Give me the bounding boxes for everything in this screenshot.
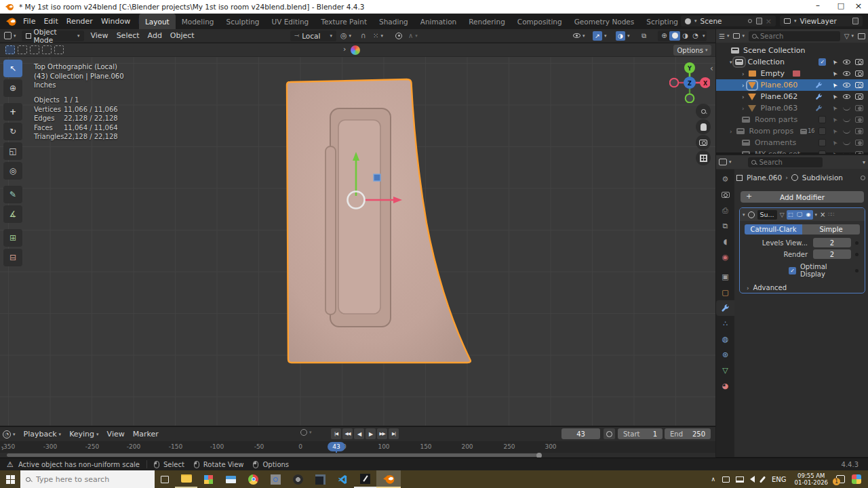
properties-options-icon[interactable]: ▾ [863,159,865,165]
animate-dot[interactable] [855,253,859,256]
render-visibility-icon[interactable] [855,117,863,123]
viewport-menu-add[interactable]: Add [144,29,166,42]
tray-chevron-icon[interactable]: ∧ [711,476,715,483]
timeline-editor-icon[interactable]: ◔ [3,430,11,439]
levels-viewport-value[interactable]: 2 [813,238,851,247]
notification-center-button[interactable]: 1 [836,475,845,483]
pin-icon[interactable] [748,19,752,23]
tool-cursor[interactable]: ⊕ [3,79,22,97]
overlays-toggle[interactable]: ◑▾ [616,31,630,41]
start-button[interactable] [0,470,20,488]
selectable-icon[interactable]: ➤ [831,116,840,124]
collection-checkbox[interactable] [818,116,826,123]
sidebar-expand-arrow[interactable]: ‹ [710,64,713,73]
select-mode-intersect[interactable] [54,45,64,54]
properties-search-input[interactable] [760,159,819,166]
navigation-gizmo[interactable]: Y X Z [669,62,710,103]
outliner-filter-icon[interactable]: ▽ [844,33,850,40]
render-visibility-icon[interactable] [855,82,863,88]
tool-add-cube[interactable]: ⊞ [3,229,22,247]
workspace-tab-uv-editing[interactable]: UV Editing [266,14,315,29]
gizmos-toggle[interactable]: ↗▾ [593,31,607,41]
subdivision-type-simple[interactable]: Simple [802,224,860,235]
tab-modifiers[interactable] [716,300,734,316]
previous-keyframe-button[interactable]: ◀◀ [342,428,353,439]
outliner-row-plane-062[interactable]: › Plane.062 ➤ [716,91,868,102]
delete-modifier-icon[interactable]: × [820,211,825,218]
taskbar-affinity[interactable] [354,470,376,488]
tab-scene[interactable]: ◖ [716,234,734,249]
outliner-row-my-coffe-set[interactable]: MY coffe set ➤ [716,148,868,154]
tab-object[interactable]: ▢ [716,285,734,300]
expand-icon[interactable]: › [730,128,732,135]
outliner-row-room-parts[interactable]: Room parts ➤ [716,114,868,125]
editor-type-button[interactable]: ▾ [4,32,16,39]
play-button[interactable]: ▶ [366,428,376,439]
minimize-button[interactable]: – [807,1,829,10]
menu-window[interactable]: Window [97,14,134,29]
taskbar-store[interactable] [197,470,220,488]
outliner-row-empty[interactable]: › Empty ➤ [716,68,868,79]
render-visibility-icon[interactable] [855,70,863,77]
hide-icon[interactable] [843,60,850,64]
tray-display-icon[interactable] [736,476,744,483]
expand-icon[interactable]: › [742,82,745,89]
jump-to-end-button[interactable]: ▶| [389,428,399,439]
tray-language[interactable]: ENG [772,476,787,483]
collection-checkbox[interactable] [818,139,826,146]
matcap-ball-icon[interactable] [351,45,360,55]
outliner-row-scene-collection[interactable]: Scene Collection [716,45,868,56]
tab-particles[interactable]: ∴ [716,316,734,331]
hide-icon[interactable] [843,71,850,76]
show-render-toggle-icon[interactable]: ◉ [804,211,813,218]
tool-select-box[interactable]: ↖ [3,60,22,77]
view-layer-dropdown-icon[interactable]: ▾ [794,18,797,24]
current-frame-field[interactable]: 43 [561,428,600,439]
modifier-name-field[interactable]: Su... [757,210,777,220]
timeline-scrollbar[interactable] [0,453,715,458]
selectable-icon[interactable]: ➤ [831,70,840,78]
expand-icon[interactable]: › [742,70,745,77]
auto-keying-toggle[interactable]: ▾ [300,429,312,436]
outliner-filter-image-icon[interactable] [733,33,740,39]
selectable-icon[interactable]: ➤ [831,81,840,89]
taskbar-search-app[interactable] [264,470,287,488]
modifier-extras-icon[interactable]: ▾ [815,212,818,218]
breadcrumb-object[interactable]: Plane.060 [747,174,782,182]
collection-checkbox[interactable] [818,127,826,135]
show-viewport-toggle-icon[interactable]: 🖵 [795,211,804,218]
taskbar-mail[interactable] [220,470,242,488]
timeline-menu-keying[interactable]: Keying▾ [65,427,102,441]
next-keyframe-button[interactable]: ▶▶ [377,428,387,439]
pan-button[interactable] [696,119,711,134]
hidden-eye-icon[interactable] [843,106,850,110]
tool-rotate[interactable]: ↻ [3,123,22,140]
shading-material-button[interactable]: ◑ [680,32,690,39]
tab-collection[interactable]: ▣ [716,269,734,285]
shading-wireframe-button[interactable]: ⊕ [659,32,669,39]
jump-to-start-button[interactable]: |◀ [331,428,341,439]
proportional-editing-toggle[interactable] [395,33,402,39]
timeline-menu-view[interactable]: View [103,427,129,441]
pin-id-icon[interactable] [861,176,865,180]
outliner-display-mode[interactable]: ☰ [719,33,725,40]
select-mode-subtract[interactable] [30,45,39,54]
mode-selector[interactable]: Object Mode ▾ [22,30,84,41]
edit-mode-toggle-icon[interactable]: ▽ [780,211,785,218]
animate-dot[interactable] [855,241,859,245]
tray-volume-icon[interactable] [750,476,755,483]
tool-move[interactable]: + [3,103,22,121]
select-mode-extend[interactable] [18,45,27,54]
properties-search[interactable] [748,157,823,167]
camera-view-button[interactable] [696,135,711,150]
on-cage-toggle-icon[interactable]: ⬚ [787,211,795,218]
end-frame-field[interactable]: End250 [665,428,711,439]
shading-solid-button[interactable] [669,31,680,41]
tab-render[interactable] [716,187,734,203]
widgets-icon[interactable] [852,474,861,484]
taskbar-game-one[interactable] [287,470,309,488]
options-dropdown[interactable]: Options ▾ [673,45,711,56]
taskbar-vscode[interactable] [332,470,354,488]
timeline-menu-marker[interactable]: Marker [129,427,163,441]
workspace-tab-compositing[interactable]: Compositing [511,14,568,29]
